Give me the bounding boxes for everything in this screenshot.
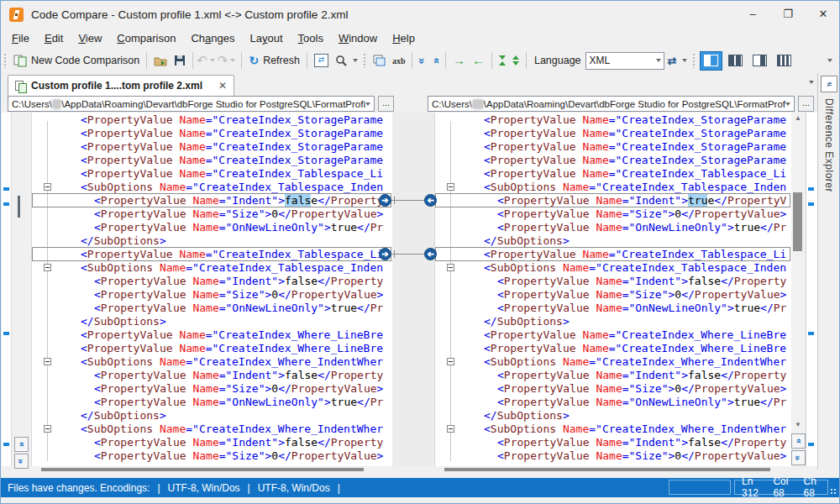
code-line[interactable]: </SubOptions>: [32, 315, 393, 328]
copy-to-left-button[interactable]: ➔: [424, 248, 437, 260]
fold-toggle[interactable]: [44, 264, 51, 271]
code-line[interactable]: <PropertyValue Name="CreateIndex_Storage…: [32, 154, 393, 167]
code-line[interactable]: </SubOptions>: [435, 315, 792, 328]
menu-item-help[interactable]: Help: [385, 29, 423, 48]
menu-item-window[interactable]: Window: [331, 29, 385, 48]
code-line[interactable]: <PropertyValue Name="Indent">false</Prop…: [32, 369, 393, 382]
code-line[interactable]: <PropertyValue Name="Indent">false</Prop…: [435, 369, 792, 382]
document-tab[interactable]: Custom profile 1....tom profile 2.xml ✕: [8, 75, 234, 97]
copy-to-right-button[interactable]: ➔: [379, 194, 391, 207]
code-line[interactable]: <PropertyValue Name="OnNewLineOnly">true…: [32, 221, 393, 234]
left-file-path-combo[interactable]: C:\Users\\AppData\Roaming\Devart\dbForge…: [8, 96, 375, 112]
code-line[interactable]: <SubOptions Name="CreateIndex_Where_Inde…: [32, 423, 393, 436]
previous-difference-margin-button[interactable]: »: [14, 437, 29, 452]
code-line[interactable]: <PropertyValue Name="Size">0</PropertyVa…: [32, 382, 393, 396]
code-line[interactable]: <PropertyValue Name="OnNewLineOnly">true…: [435, 396, 792, 409]
code-line[interactable]: <PropertyValue Name="Indent">true</Prope…: [435, 194, 792, 207]
expand-sections-button[interactable]: [509, 54, 522, 67]
search-button[interactable]: [332, 53, 350, 68]
fold-toggle[interactable]: [44, 358, 51, 365]
code-line[interactable]: <SubOptions Name="CreateIndex_Tablespace…: [435, 181, 792, 194]
fold-toggle[interactable]: [447, 183, 454, 191]
code-line[interactable]: <PropertyValue Name="OnNewLineOnly">true…: [32, 302, 393, 315]
previous-difference-button[interactable]: »: [429, 53, 442, 69]
structure-comparison-button[interactable]: [370, 53, 389, 68]
redo-dropdown-caret[interactable]: [230, 59, 235, 62]
language-select[interactable]: XML: [585, 52, 664, 70]
menu-item-layout[interactable]: Layout: [242, 29, 290, 48]
code-line[interactable]: <PropertyValue Name="OnNewLineOnly">true…: [435, 221, 792, 234]
next-difference-margin-button[interactable]: »: [14, 454, 29, 469]
code-line[interactable]: <PropertyValue Name="CreateIndex_Storage…: [32, 140, 393, 154]
swap-sides-button[interactable]: ⇄: [664, 53, 680, 69]
code-line[interactable]: </SubOptions>: [32, 409, 393, 423]
difference-explorer-icon[interactable]: ≠: [821, 76, 837, 92]
right-overview-ruler[interactable]: [806, 113, 817, 466]
toolbar-options-caret[interactable]: [827, 59, 832, 62]
code-line[interactable]: </SubOptions>: [32, 234, 393, 248]
left-path-caret-icon[interactable]: [365, 102, 370, 106]
code-line[interactable]: </SubOptions>: [435, 234, 792, 248]
code-line[interactable]: </SubOptions>: [435, 409, 792, 423]
next-difference-corner-button[interactable]: »: [791, 450, 806, 465]
menu-item-comparison[interactable]: Comparison: [109, 29, 183, 48]
close-tab-icon[interactable]: ✕: [218, 80, 227, 92]
code-line[interactable]: <PropertyValue Name="Indent">false</Prop…: [32, 275, 393, 288]
compare-documents-button[interactable]: ⇄: [311, 52, 332, 69]
scroll-up-icon[interactable]: ▲: [791, 113, 805, 124]
new-code-comparison-button[interactable]: New Code Comparison: [10, 53, 143, 69]
layout-vertical-equal-button[interactable]: [724, 51, 747, 71]
fold-toggle[interactable]: [447, 358, 454, 365]
copy-to-right-button[interactable]: ➔: [379, 248, 391, 260]
toolbar-grip[interactable]: [692, 53, 696, 68]
resize-grip[interactable]: [830, 488, 837, 496]
undo-icon[interactable]: ↶: [197, 53, 207, 68]
code-line[interactable]: <PropertyValue Name="Indent">false</Prop…: [32, 194, 393, 207]
code-line[interactable]: <PropertyValue Name="OnNewLineOnly">true…: [435, 302, 792, 315]
left-code-editor[interactable]: <PropertyValue Name="CreateIndex_Storage…: [31, 113, 393, 466]
right-path-caret-icon[interactable]: [785, 102, 790, 106]
code-line[interactable]: <PropertyValue Name="CreateIndex_Where_L…: [32, 328, 393, 342]
search-dropdown-caret[interactable]: [353, 59, 358, 62]
menu-item-view[interactable]: View: [71, 29, 109, 48]
code-line[interactable]: <PropertyValue Name="Size">0</PropertyVa…: [32, 207, 393, 221]
right-horizontal-scrollbar-thumb[interactable]: [444, 468, 770, 471]
code-line[interactable]: <PropertyValue Name="CreateIndex_Storage…: [435, 154, 792, 167]
code-line[interactable]: <PropertyValue Name="Size">0</PropertyVa…: [435, 207, 792, 221]
layout-vertical-button[interactable]: [700, 51, 722, 71]
fold-toggle[interactable]: [447, 425, 454, 433]
code-line[interactable]: <SubOptions Name="CreateIndex_Where_Inde…: [435, 355, 792, 369]
code-line[interactable]: <PropertyValue Name="Size">0</PropertyVa…: [32, 288, 393, 302]
code-line[interactable]: <PropertyValue Name="Indent">false</Prop…: [435, 436, 792, 449]
fold-toggle[interactable]: [44, 183, 51, 191]
vertical-scrollbar-thumb[interactable]: [793, 192, 802, 251]
fold-toggle[interactable]: [447, 264, 454, 271]
scroll-down-icon[interactable]: ▼: [791, 419, 805, 431]
code-line[interactable]: <SubOptions Name="CreateIndex_Tablespace…: [435, 261, 792, 275]
collapse-sections-button[interactable]: [496, 54, 509, 67]
code-line[interactable]: <PropertyValue Name="Indent">false</Prop…: [32, 436, 393, 449]
copy-to-left-button[interactable]: ➔: [424, 194, 437, 207]
code-line[interactable]: <PropertyValue Name="OnNewLineOnly">true…: [32, 396, 393, 409]
code-line[interactable]: <PropertyValue Name="CreateIndex_Where_L…: [435, 328, 792, 342]
code-line[interactable]: <PropertyValue Name="CreateIndex_Tablesp…: [435, 167, 792, 181]
code-line[interactable]: <PropertyValue Name="Indent">false</Prop…: [435, 275, 792, 288]
undo-dropdown-caret[interactable]: [210, 59, 215, 62]
code-line[interactable]: <PropertyValue Name="CreateIndex_Tablesp…: [32, 248, 393, 261]
code-line[interactable]: <SubOptions Name="CreateIndex_Where_Inde…: [435, 423, 792, 436]
toolbar-grip[interactable]: [363, 53, 367, 68]
close-button[interactable]: ✕: [810, 5, 837, 24]
code-line[interactable]: <PropertyValue Name="Size">0</PropertyVa…: [32, 449, 393, 463]
code-line[interactable]: <PropertyValue Name="CreateIndex_Tablesp…: [435, 248, 792, 261]
code-line[interactable]: <PropertyValue Name="CreateIndex_Storage…: [435, 127, 792, 140]
copy-to-left-toolbar-button[interactable]: ←: [469, 53, 488, 68]
menu-item-file[interactable]: File: [4, 29, 37, 48]
code-line[interactable]: <PropertyValue Name="CreateIndex_Storage…: [32, 113, 393, 127]
code-line[interactable]: <PropertyValue Name="CreateIndex_Storage…: [435, 140, 792, 154]
menu-item-tools[interactable]: Tools: [291, 29, 331, 48]
code-line[interactable]: <PropertyValue Name="CreateIndex_Storage…: [32, 127, 393, 140]
code-line[interactable]: <SubOptions Name="CreateIndex_Where_Inde…: [32, 355, 393, 369]
code-line[interactable]: <PropertyValue Name="Size">0</PropertyVa…: [435, 382, 792, 396]
code-line[interactable]: <SubOptions Name="CreateIndex_Tablespace…: [32, 261, 393, 275]
code-line[interactable]: <PropertyValue Name="CreateIndex_Where_L…: [32, 342, 393, 355]
